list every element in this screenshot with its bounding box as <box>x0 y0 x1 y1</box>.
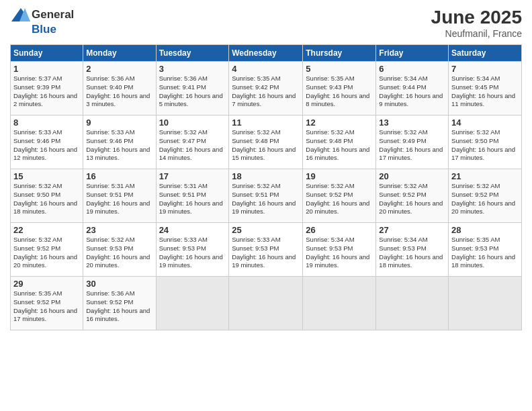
calendar-cell: 13Sunrise: 5:32 AM Sunset: 9:49 PM Dayli… <box>376 116 449 169</box>
day-info: Sunrise: 5:33 AM Sunset: 9:53 PM Dayligh… <box>159 236 226 270</box>
weekday-header: Saturday <box>449 45 522 62</box>
calendar-cell: 16Sunrise: 5:31 AM Sunset: 9:51 PM Dayli… <box>83 169 156 223</box>
day-info: Sunrise: 5:35 AM Sunset: 9:42 PM Dayligh… <box>232 75 300 109</box>
calendar-week-row: 1Sunrise: 5:37 AM Sunset: 9:39 PM Daylig… <box>11 62 522 116</box>
calendar-cell: 27Sunrise: 5:34 AM Sunset: 9:53 PM Dayli… <box>376 223 449 277</box>
calendar-week-row: 22Sunrise: 5:32 AM Sunset: 9:52 PM Dayli… <box>11 223 522 277</box>
day-info: Sunrise: 5:32 AM Sunset: 9:52 PM Dayligh… <box>451 182 519 216</box>
day-number: 28 <box>451 225 519 235</box>
title-area: June 2025 Neufmanil, France <box>431 7 522 39</box>
day-number: 20 <box>379 171 445 181</box>
day-number: 1 <box>13 64 80 74</box>
calendar-cell: 18Sunrise: 5:32 AM Sunset: 9:51 PM Dayli… <box>229 169 303 223</box>
calendar-cell: 15Sunrise: 5:32 AM Sunset: 9:50 PM Dayli… <box>11 169 83 223</box>
calendar-cell: 1Sunrise: 5:37 AM Sunset: 9:39 PM Daylig… <box>11 62 83 116</box>
day-info: Sunrise: 5:34 AM Sunset: 9:53 PM Dayligh… <box>306 236 373 270</box>
day-number: 3 <box>159 64 226 74</box>
calendar-cell: 5Sunrise: 5:35 AM Sunset: 9:43 PM Daylig… <box>303 62 376 116</box>
day-info: Sunrise: 5:31 AM Sunset: 9:51 PM Dayligh… <box>159 182 226 216</box>
calendar-body: 1Sunrise: 5:37 AM Sunset: 9:39 PM Daylig… <box>11 62 522 330</box>
day-info: Sunrise: 5:34 AM Sunset: 9:53 PM Dayligh… <box>379 236 445 270</box>
day-info: Sunrise: 5:34 AM Sunset: 9:45 PM Dayligh… <box>451 75 519 109</box>
calendar-cell <box>303 277 376 330</box>
logo-blue: Blue <box>32 23 56 36</box>
day-number: 2 <box>86 64 152 74</box>
day-number: 27 <box>379 225 445 235</box>
day-number: 6 <box>379 64 445 74</box>
weekday-header: Tuesday <box>156 45 229 62</box>
day-number: 26 <box>306 225 373 235</box>
header: General Blue June 2025 Neufmanil, France <box>10 7 522 39</box>
logo-general: General <box>32 8 74 21</box>
day-info: Sunrise: 5:32 AM Sunset: 9:48 PM Dayligh… <box>306 128 373 163</box>
day-info: Sunrise: 5:37 AM Sunset: 9:39 PM Dayligh… <box>13 75 80 109</box>
calendar-cell: 26Sunrise: 5:34 AM Sunset: 9:53 PM Dayli… <box>303 223 376 277</box>
weekday-header: Thursday <box>303 45 376 62</box>
day-info: Sunrise: 5:33 AM Sunset: 9:53 PM Dayligh… <box>232 236 300 270</box>
calendar-table: SundayMondayTuesdayWednesdayThursdayFrid… <box>10 44 522 330</box>
day-info: Sunrise: 5:32 AM Sunset: 9:52 PM Dayligh… <box>306 182 373 216</box>
calendar-cell: 20Sunrise: 5:32 AM Sunset: 9:52 PM Dayli… <box>376 169 449 223</box>
day-info: Sunrise: 5:32 AM Sunset: 9:52 PM Dayligh… <box>13 236 80 270</box>
calendar-cell: 12Sunrise: 5:32 AM Sunset: 9:48 PM Dayli… <box>303 116 376 169</box>
day-info: Sunrise: 5:32 AM Sunset: 9:50 PM Dayligh… <box>451 128 519 163</box>
calendar-cell: 11Sunrise: 5:32 AM Sunset: 9:48 PM Dayli… <box>229 116 303 169</box>
calendar-cell: 7Sunrise: 5:34 AM Sunset: 9:45 PM Daylig… <box>449 62 522 116</box>
calendar-cell: 14Sunrise: 5:32 AM Sunset: 9:50 PM Dayli… <box>449 116 522 169</box>
day-number: 16 <box>86 171 152 181</box>
day-info: Sunrise: 5:35 AM Sunset: 9:43 PM Dayligh… <box>306 75 373 109</box>
calendar-cell: 6Sunrise: 5:34 AM Sunset: 9:44 PM Daylig… <box>376 62 449 116</box>
day-info: Sunrise: 5:33 AM Sunset: 9:46 PM Dayligh… <box>13 128 80 163</box>
day-info: Sunrise: 5:33 AM Sunset: 9:46 PM Dayligh… <box>86 128 152 163</box>
calendar-cell: 8Sunrise: 5:33 AM Sunset: 9:46 PM Daylig… <box>11 116 83 169</box>
weekday-header: Friday <box>376 45 449 62</box>
calendar-cell <box>449 277 522 330</box>
calendar-cell: 19Sunrise: 5:32 AM Sunset: 9:52 PM Dayli… <box>303 169 376 223</box>
day-number: 8 <box>13 118 80 128</box>
day-info: Sunrise: 5:32 AM Sunset: 9:52 PM Dayligh… <box>379 182 445 216</box>
calendar-cell: 2Sunrise: 5:36 AM Sunset: 9:40 PM Daylig… <box>83 62 156 116</box>
weekday-header: Monday <box>83 45 156 62</box>
page: General Blue June 2025 Neufmanil, France… <box>0 0 532 411</box>
calendar-cell: 22Sunrise: 5:32 AM Sunset: 9:52 PM Dayli… <box>11 223 83 277</box>
day-number: 4 <box>232 64 300 74</box>
day-info: Sunrise: 5:32 AM Sunset: 9:50 PM Dayligh… <box>13 182 80 216</box>
calendar-cell: 28Sunrise: 5:35 AM Sunset: 9:53 PM Dayli… <box>449 223 522 277</box>
day-number: 5 <box>306 64 373 74</box>
day-info: Sunrise: 5:32 AM Sunset: 9:53 PM Dayligh… <box>86 236 152 270</box>
day-number: 11 <box>232 118 300 128</box>
calendar-cell <box>156 277 229 330</box>
day-number: 25 <box>232 225 300 235</box>
day-info: Sunrise: 5:36 AM Sunset: 9:52 PM Dayligh… <box>86 289 152 324</box>
day-number: 24 <box>159 225 226 235</box>
weekday-row: SundayMondayTuesdayWednesdayThursdayFrid… <box>11 45 522 62</box>
calendar-week-row: 15Sunrise: 5:32 AM Sunset: 9:50 PM Dayli… <box>11 169 522 223</box>
day-number: 22 <box>13 225 80 235</box>
calendar-cell: 23Sunrise: 5:32 AM Sunset: 9:53 PM Dayli… <box>83 223 156 277</box>
day-number: 21 <box>451 171 519 181</box>
day-info: Sunrise: 5:32 AM Sunset: 9:49 PM Dayligh… <box>379 128 445 163</box>
day-number: 29 <box>13 279 80 289</box>
day-number: 13 <box>379 118 445 128</box>
logo-icon <box>10 7 32 23</box>
calendar-header: SundayMondayTuesdayWednesdayThursdayFrid… <box>11 45 522 62</box>
day-info: Sunrise: 5:36 AM Sunset: 9:41 PM Dayligh… <box>159 75 226 109</box>
calendar-cell: 17Sunrise: 5:31 AM Sunset: 9:51 PM Dayli… <box>156 169 229 223</box>
day-number: 19 <box>306 171 373 181</box>
day-number: 10 <box>159 118 226 128</box>
calendar-cell: 25Sunrise: 5:33 AM Sunset: 9:53 PM Dayli… <box>229 223 303 277</box>
calendar-cell: 24Sunrise: 5:33 AM Sunset: 9:53 PM Dayli… <box>156 223 229 277</box>
calendar-cell: 4Sunrise: 5:35 AM Sunset: 9:42 PM Daylig… <box>229 62 303 116</box>
day-number: 14 <box>451 118 519 128</box>
location: Neufmanil, France <box>431 28 522 39</box>
day-number: 17 <box>159 171 226 181</box>
day-info: Sunrise: 5:34 AM Sunset: 9:44 PM Dayligh… <box>379 75 445 109</box>
calendar-cell: 29Sunrise: 5:35 AM Sunset: 9:52 PM Dayli… <box>11 277 83 330</box>
day-number: 15 <box>13 171 80 181</box>
calendar-cell: 10Sunrise: 5:32 AM Sunset: 9:47 PM Dayli… <box>156 116 229 169</box>
day-number: 7 <box>451 64 519 74</box>
day-info: Sunrise: 5:32 AM Sunset: 9:51 PM Dayligh… <box>232 182 300 216</box>
calendar-cell <box>229 277 303 330</box>
day-info: Sunrise: 5:35 AM Sunset: 9:52 PM Dayligh… <box>13 289 80 324</box>
calendar-cell: 9Sunrise: 5:33 AM Sunset: 9:46 PM Daylig… <box>83 116 156 169</box>
